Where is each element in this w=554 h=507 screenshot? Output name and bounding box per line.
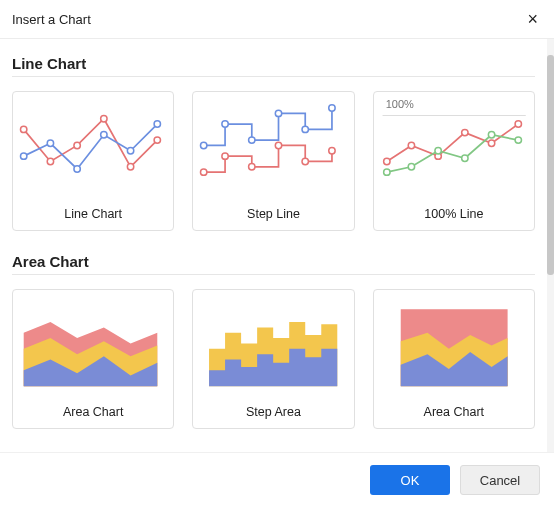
svg-point-18 [201,169,207,175]
scrollbar[interactable] [547,39,554,452]
svg-point-33 [435,148,441,154]
card-step-area[interactable]: Step Area [192,289,354,429]
card-label: Line Chart [13,199,173,231]
ok-button[interactable]: OK [370,465,450,495]
card-step-line[interactable]: Step Line [192,91,354,231]
svg-point-3 [101,116,107,122]
cancel-button[interactable]: Cancel [460,465,540,495]
svg-point-22 [302,158,308,164]
svg-point-36 [515,137,521,143]
card-label: 100% Line [374,199,534,231]
svg-point-20 [249,164,255,170]
svg-point-13 [222,121,228,127]
svg-point-16 [302,126,308,132]
svg-point-19 [222,153,228,159]
card-area-chart[interactable]: Area Chart [12,289,174,429]
svg-point-8 [74,166,80,172]
svg-point-15 [276,110,282,116]
card-label: Step Area [193,397,353,429]
scrollbar-thumb[interactable] [547,55,554,275]
svg-point-26 [408,142,414,148]
line-chart-grid: Line Chart [12,91,535,231]
preview-area-chart [13,290,173,397]
dialog-title: Insert a Chart [12,12,91,27]
preview-line-chart [13,92,173,199]
svg-point-11 [154,121,160,127]
svg-point-1 [47,158,53,164]
svg-point-0 [20,126,26,132]
svg-point-25 [383,158,389,164]
svg-point-30 [515,121,521,127]
card-stacked-area[interactable]: Area Chart [373,289,535,429]
svg-point-5 [154,137,160,143]
preview-step-area [193,290,353,397]
preview-step-line [193,92,353,199]
card-100pct-line[interactable]: 100% [373,91,535,231]
svg-point-4 [127,164,133,170]
section-title-line: Line Chart [12,55,535,77]
svg-point-17 [329,105,335,111]
badge-100pct: 100% [386,98,414,110]
dialog-footer: OK Cancel [0,452,554,507]
svg-point-23 [329,148,335,154]
svg-point-28 [461,129,467,135]
svg-point-34 [461,155,467,161]
chart-gallery: Line Chart [0,39,547,452]
svg-point-6 [20,153,26,159]
dialog-body: Line Chart [0,39,554,452]
close-icon[interactable]: × [523,8,542,30]
area-chart-grid: Area Chart Step Area [12,289,535,429]
svg-point-12 [201,142,207,148]
card-label: Area Chart [374,397,534,429]
preview-100pct-line: 100% [374,92,534,199]
titlebar: Insert a Chart × [0,0,554,39]
svg-point-2 [74,142,80,148]
card-label: Step Line [193,199,353,231]
svg-point-7 [47,140,53,146]
card-line-chart[interactable]: Line Chart [12,91,174,231]
section-title-area: Area Chart [12,253,535,275]
svg-point-29 [488,140,494,146]
svg-point-32 [408,164,414,170]
svg-point-31 [383,169,389,175]
preview-stacked-area [374,290,534,397]
svg-point-35 [488,132,494,138]
insert-chart-dialog: Insert a Chart × Line Chart [0,0,554,507]
svg-point-21 [276,142,282,148]
svg-point-14 [249,137,255,143]
svg-point-10 [127,148,133,154]
card-label: Area Chart [13,397,173,429]
svg-point-9 [101,132,107,138]
